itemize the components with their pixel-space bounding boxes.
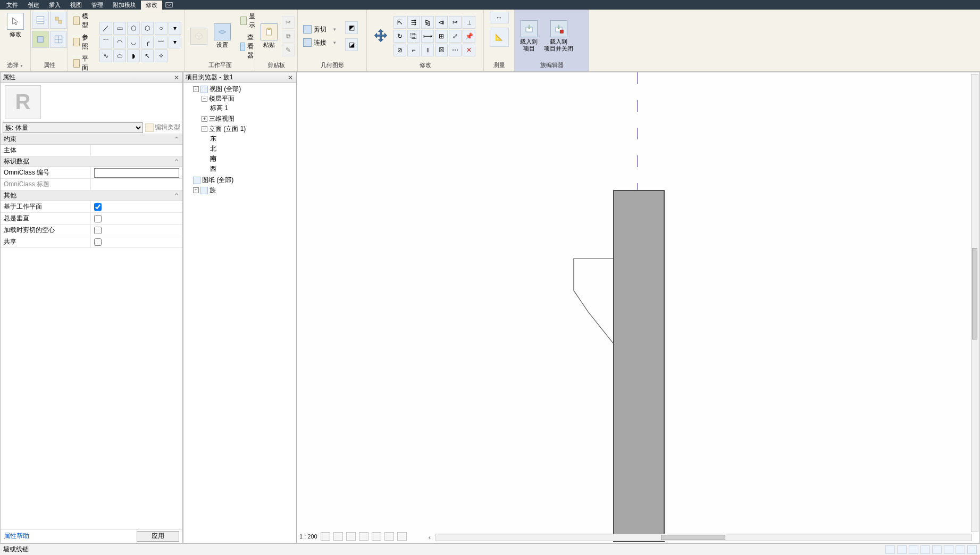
aligned-dim[interactable]: ↔ bbox=[490, 12, 509, 23]
draw-pick[interactable]: ↖ bbox=[141, 49, 154, 62]
rotate-tool[interactable]: ↻ bbox=[393, 30, 406, 43]
tree-toggle[interactable]: + bbox=[193, 187, 199, 193]
tree-elev-east[interactable]: 东 bbox=[210, 134, 216, 143]
draw-spline-pts[interactable]: 〰 bbox=[155, 36, 167, 48]
crop-view[interactable] bbox=[372, 532, 381, 541]
draw-polygon-in[interactable]: ⬠ bbox=[127, 22, 140, 35]
tree-elev-west[interactable]: 西 bbox=[210, 164, 216, 173]
menu-view[interactable]: 视图 bbox=[65, 1, 87, 10]
draw-arc-tan[interactable]: ◡ bbox=[127, 36, 140, 48]
menu-manage[interactable]: 管理 bbox=[87, 1, 108, 10]
draw-arc-start[interactable]: ⌒ bbox=[99, 36, 112, 48]
cut-voids-checkbox[interactable] bbox=[94, 227, 102, 234]
status-select-pinned[interactable] bbox=[932, 545, 942, 554]
close-properties[interactable]: ✕ bbox=[173, 74, 180, 81]
tree-level-1[interactable]: 标高 1 bbox=[210, 104, 228, 113]
menu-modify[interactable]: 修改 bbox=[141, 1, 162, 10]
demolish-tool[interactable]: ☒ bbox=[435, 44, 448, 56]
more-modify-tool[interactable]: ⋯ bbox=[449, 44, 462, 56]
unpin-tool[interactable]: ⊘ bbox=[393, 44, 406, 56]
pin-tool[interactable]: 📌 bbox=[463, 30, 475, 43]
split-face-button[interactable]: ◪ bbox=[345, 38, 358, 51]
menu-create[interactable]: 创建 bbox=[23, 1, 44, 10]
reference-plane-button[interactable]: 平面 bbox=[71, 54, 93, 72]
status-select-face[interactable] bbox=[944, 545, 953, 554]
draw-spline[interactable]: ∿ bbox=[99, 49, 112, 62]
draw-ellipse[interactable]: ⬭ bbox=[113, 49, 126, 62]
properties-titlebar[interactable]: 属性 ✕ bbox=[1, 72, 182, 83]
lock-view[interactable] bbox=[397, 532, 407, 541]
move-tool[interactable] bbox=[370, 27, 391, 46]
trim-corner-tool[interactable]: ⌐ bbox=[407, 44, 420, 56]
align-tool[interactable]: ⇱ bbox=[393, 16, 406, 29]
tree-views[interactable]: 视图 (全部) bbox=[210, 85, 241, 94]
status-select-links[interactable] bbox=[920, 545, 930, 554]
family-category-button[interactable] bbox=[32, 31, 49, 48]
menu-file[interactable]: 文件 bbox=[2, 1, 23, 10]
workplane-based-checkbox[interactable] bbox=[94, 203, 102, 211]
properties-button[interactable] bbox=[32, 12, 49, 29]
apply-button[interactable]: 应用 bbox=[137, 531, 179, 542]
tree-elev-south[interactable]: 南 bbox=[210, 154, 216, 163]
status-drag[interactable] bbox=[956, 545, 965, 554]
split-gap-tool[interactable]: ⦀ bbox=[421, 44, 434, 56]
paste-button[interactable]: 粘贴 bbox=[258, 22, 280, 49]
section-constraints[interactable]: 约束⌃ bbox=[1, 134, 182, 145]
tree-floorplans[interactable]: 楼层平面 bbox=[209, 94, 234, 103]
section-other[interactable]: 其他⌃ bbox=[1, 190, 182, 201]
cut-geometry[interactable]: 剪切 ▼ bbox=[301, 25, 339, 34]
copy-button[interactable]: ⧉ bbox=[282, 30, 295, 43]
draw-more-2[interactable]: ▾ bbox=[169, 36, 181, 48]
draw-rect[interactable]: ▭ bbox=[113, 22, 126, 35]
tree-elev-north[interactable]: 北 bbox=[210, 144, 216, 153]
cope-button[interactable]: ◩ bbox=[345, 21, 358, 34]
offset-tool[interactable]: ⇶ bbox=[407, 16, 420, 29]
extend-tool[interactable]: ⟼ bbox=[421, 30, 434, 43]
crop-region[interactable] bbox=[384, 532, 394, 541]
v-scroll-thumb[interactable] bbox=[972, 248, 977, 339]
prop-value-host[interactable] bbox=[91, 145, 182, 156]
v-scrollbar[interactable] bbox=[971, 74, 978, 532]
tree-toggle[interactable]: − bbox=[193, 86, 199, 92]
status-design-options[interactable] bbox=[897, 545, 907, 554]
draw-more-1[interactable]: ▾ bbox=[169, 22, 181, 35]
drawing-canvas[interactable]: 1 : 200 ‹ bbox=[297, 72, 980, 543]
join-geometry[interactable]: 连接 ▼ bbox=[301, 38, 339, 47]
menu-overflow[interactable] bbox=[165, 1, 173, 9]
model-line-button[interactable]: 模型 bbox=[71, 12, 93, 30]
omniclass-number-input[interactable] bbox=[94, 168, 179, 178]
draw-polygon-circ[interactable]: ⬡ bbox=[141, 22, 154, 35]
shared-checkbox[interactable] bbox=[94, 238, 102, 246]
tree-toggle[interactable]: + bbox=[202, 116, 207, 122]
type-props-button[interactable] bbox=[50, 31, 67, 48]
properties-help-link[interactable]: 属性帮助 bbox=[4, 532, 29, 541]
menu-addins[interactable]: 附加模块 bbox=[108, 1, 141, 10]
tree-toggle[interactable]: − bbox=[202, 126, 207, 132]
scale-tool[interactable]: ⤢ bbox=[449, 30, 462, 43]
delete-tool[interactable]: ✕ bbox=[463, 44, 475, 56]
close-browser[interactable]: ✕ bbox=[287, 74, 294, 81]
detail-level[interactable] bbox=[321, 532, 330, 541]
tree-sheets[interactable]: 图纸 (全部) bbox=[202, 176, 233, 185]
section-identity[interactable]: 标识数据⌃ bbox=[1, 156, 182, 167]
match-button[interactable]: ✎ bbox=[282, 44, 295, 56]
mirror-pick-tool[interactable]: ⧎ bbox=[421, 16, 434, 29]
visual-style[interactable] bbox=[333, 532, 343, 541]
h-scrollbar[interactable]: ‹ bbox=[435, 534, 972, 541]
load-into-project[interactable]: 载入到 项目 bbox=[518, 19, 540, 52]
tree-elevations[interactable]: 立面 (立面 1) bbox=[209, 125, 246, 134]
menu-insert[interactable]: 插入 bbox=[44, 1, 65, 10]
draw-ellipse-half[interactable]: ◗ bbox=[127, 49, 140, 62]
draw-circle[interactable]: ○ bbox=[155, 22, 167, 35]
split-tool[interactable]: ✂ bbox=[449, 16, 462, 29]
tree-families[interactable]: 族 bbox=[210, 186, 216, 195]
sun-path[interactable] bbox=[346, 532, 356, 541]
h-scroll-thumb[interactable] bbox=[661, 535, 725, 540]
draw-arc-center[interactable]: ◠ bbox=[113, 36, 126, 48]
edit-type-button[interactable]: 编辑类型 bbox=[145, 123, 180, 132]
status-editable-only[interactable] bbox=[909, 545, 918, 554]
type-selector[interactable]: 族: 体量 bbox=[3, 122, 143, 133]
workplane-set[interactable]: 设置 bbox=[212, 22, 233, 49]
view-scale[interactable]: 1 : 200 bbox=[299, 533, 317, 540]
draw-fillet[interactable]: ╭ bbox=[141, 36, 154, 48]
